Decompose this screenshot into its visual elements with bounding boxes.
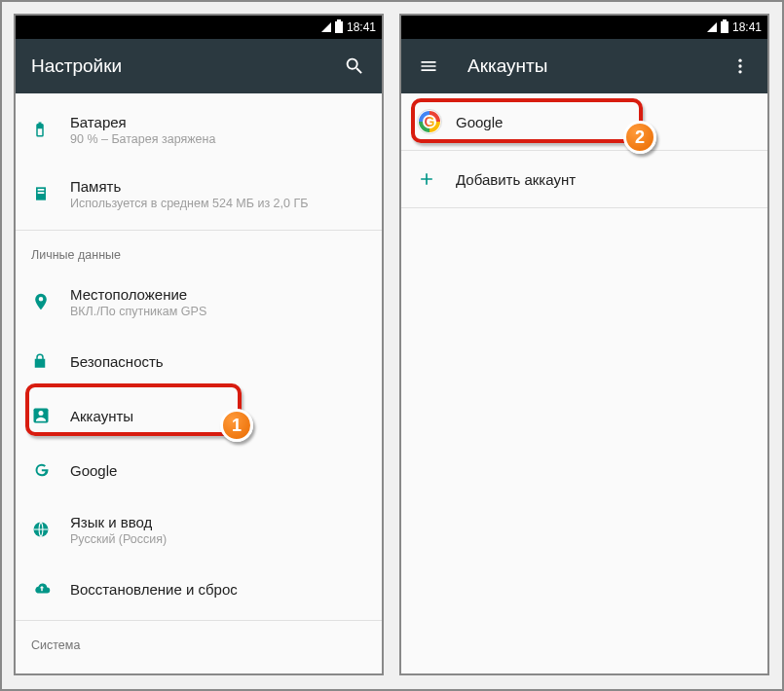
item-sub: ВКЛ./По спутникам GPS	[70, 305, 366, 318]
menu-button[interactable]	[417, 55, 440, 78]
item-label: Добавить аккаунт	[456, 171, 752, 188]
svg-point-6	[738, 70, 741, 73]
phone-settings: 18:41 Настройки Батарея 90 % – Батарея з…	[14, 14, 384, 675]
lock-icon	[31, 351, 70, 371]
signal-icon	[321, 22, 331, 32]
divider	[16, 620, 382, 621]
appbar-title: Настройки	[31, 55, 343, 77]
settings-item-language[interactable]: Язык и ввод Русский (Россия)	[16, 497, 382, 562]
accounts-list[interactable]: Google Добавить аккаунт	[401, 93, 767, 208]
location-icon	[31, 291, 70, 312]
globe-icon	[31, 520, 70, 539]
google-logo-icon	[417, 109, 456, 134]
item-label: Батарея	[70, 114, 366, 130]
search-icon	[344, 55, 365, 77]
settings-item-datetime[interactable]: Дата и время	[16, 660, 382, 675]
hamburger-icon	[419, 56, 438, 76]
memory-icon	[31, 184, 70, 203]
person-icon	[31, 406, 70, 425]
signal-icon	[707, 22, 717, 32]
appbar: Аккаунты	[401, 39, 767, 93]
status-time: 18:41	[347, 20, 376, 34]
item-label: Местоположение	[70, 286, 366, 303]
divider	[401, 150, 767, 151]
section-personal: Личные данные	[16, 235, 382, 270]
item-sub: Русский (Россия)	[70, 532, 366, 546]
search-button[interactable]	[343, 55, 366, 78]
settings-item-google[interactable]: Google	[16, 443, 382, 497]
status-bar: 18:41	[16, 16, 382, 39]
more-vert-icon	[730, 56, 750, 76]
settings-item-memory[interactable]: Память Используется в среднем 524 МБ из …	[16, 162, 382, 226]
overflow-button[interactable]	[728, 55, 752, 78]
svg-point-5	[738, 64, 741, 67]
section-system: Система	[16, 625, 382, 660]
settings-item-backup[interactable]: Восстановление и сброс	[16, 562, 382, 616]
battery-icon	[721, 21, 728, 33]
item-label: Google	[70, 462, 366, 479]
settings-item-battery[interactable]: Батарея 90 % – Батарея заряжена	[16, 97, 382, 162]
status-bar: 18:41	[401, 16, 767, 39]
status-time: 18:41	[732, 20, 762, 34]
settings-item-accounts[interactable]: Аккаунты	[16, 388, 382, 443]
divider	[401, 207, 767, 208]
plus-icon	[417, 169, 456, 189]
item-label: Безопасность	[70, 353, 366, 370]
google-icon	[31, 460, 70, 480]
account-item-google[interactable]: Google	[401, 97, 767, 146]
appbar-title: Аккаунты	[467, 55, 728, 77]
item-label: Аккаунты	[70, 408, 366, 424]
item-sub: Используется в среднем 524 МБ из 2,0 ГБ	[70, 197, 366, 210]
item-label: Google	[456, 114, 752, 130]
battery-item-icon	[31, 119, 70, 140]
settings-item-security[interactable]: Безопасность	[16, 334, 382, 388]
phone-accounts: 18:41 Аккаунты Google Добавить аккаунт	[399, 14, 769, 675]
item-label: Язык и ввод	[70, 514, 366, 530]
battery-icon	[335, 21, 343, 33]
add-account-item[interactable]: Добавить аккаунт	[401, 155, 767, 203]
item-label: Память	[70, 178, 366, 195]
item-label: Восстановление и сброс	[70, 581, 366, 598]
settings-item-location[interactable]: Местоположение ВКЛ./По спутникам GPS	[16, 270, 382, 334]
appbar: Настройки	[16, 39, 382, 93]
settings-list[interactable]: Батарея 90 % – Батарея заряжена Память И…	[16, 93, 382, 675]
divider	[16, 230, 382, 231]
svg-point-4	[738, 59, 741, 62]
svg-point-1	[39, 411, 44, 416]
cloud-upload-icon	[31, 580, 70, 598]
item-sub: 90 % – Батарея заряжена	[70, 132, 366, 146]
